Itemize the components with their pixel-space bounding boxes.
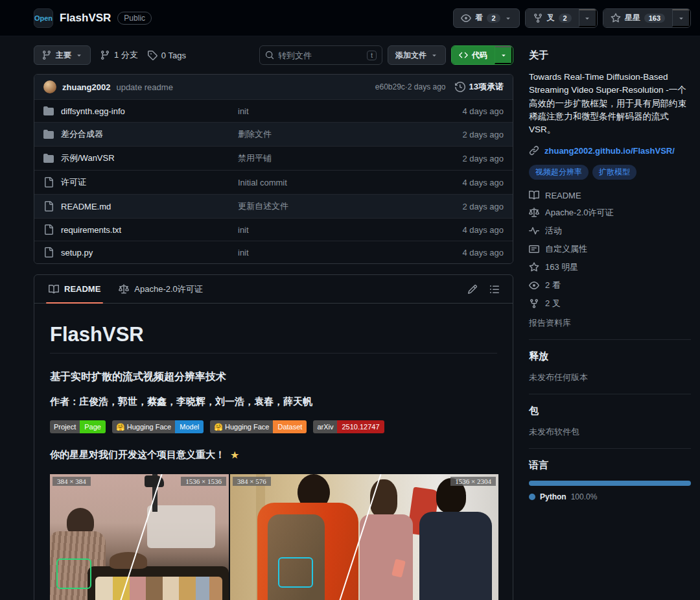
sidebar: 关于 Towards Real-Time Diffusion-Based Str… — [529, 45, 691, 600]
org-avatar[interactable]: Open — [34, 8, 53, 28]
outline-button[interactable] — [489, 284, 500, 294]
watch-button[interactable]: 看 2 — [453, 8, 519, 28]
tab-readme[interactable]: README — [40, 275, 110, 303]
meta-label: 2 看 — [545, 280, 561, 291]
file-commit-message[interactable]: init — [238, 225, 432, 235]
readme-tabs: README Apache-2.0许可证 — [34, 275, 513, 304]
tag-icon — [147, 50, 158, 60]
star-note-text: 你的星星对我们开发这个项目意义重大！ — [50, 449, 225, 461]
topic-video-super-resolution[interactable]: 视频超分辨率 — [529, 165, 589, 180]
branches-link[interactable]: 1 分支 — [100, 49, 138, 61]
sidebar-item-stars[interactable]: 163 明星 — [529, 261, 691, 273]
file-commit-message[interactable]: 禁用平铺 — [238, 152, 432, 164]
about-title: 关于 — [529, 49, 691, 62]
chevron-down-icon — [504, 14, 512, 22]
file-commit-message[interactable]: init — [238, 248, 432, 258]
file-name-link[interactable]: setup.py — [43, 247, 238, 258]
table-row: 差分合成器 删除文件 2 days ago — [34, 122, 513, 146]
badge-right: Model — [175, 420, 204, 433]
star-dropdown-button[interactable] — [672, 9, 690, 27]
page-layout: 主要 1 分支 0 Tags t 添加 — [0, 36, 700, 600]
badge-left: Project — [50, 420, 80, 433]
meta-label: 自定义属性 — [545, 243, 587, 255]
commit-history-link[interactable]: 13项承诺 — [455, 81, 504, 93]
file-commit-message[interactable]: 删除文件 — [238, 128, 432, 140]
chevron-down-icon — [430, 51, 438, 59]
edit-readme-button[interactable] — [467, 284, 478, 294]
file-commit-message[interactable]: Initial commit — [238, 178, 432, 187]
language-legend-item[interactable]: Python 100.0% — [529, 492, 691, 501]
folder-icon — [43, 106, 54, 116]
repo-title[interactable]: FlashVSR — [60, 12, 111, 25]
commit-message[interactable]: update readme — [116, 82, 172, 92]
sidebar-item-activity[interactable]: 活动 — [529, 225, 691, 237]
huggingface-dataset-badge[interactable]: 🤗 Hugging Face Dataset — [210, 420, 307, 433]
fork-label: 叉 — [547, 12, 555, 23]
releases-title: 释放 — [529, 350, 691, 363]
star-icon — [611, 13, 621, 23]
comparison-image-right[interactable]: 384 × 576 1536 × 2304 — [230, 474, 498, 600]
pulse-icon — [529, 226, 539, 236]
readme-title: FlashVSR — [50, 318, 497, 354]
file-commit-message[interactable]: init — [238, 106, 432, 116]
branches-label: 1 分支 — [114, 49, 138, 61]
file-commit-message[interactable]: 更新自述文件 — [238, 200, 432, 212]
file-actions: t 添加文件 代码 — [259, 45, 513, 65]
photo-detail — [419, 512, 492, 600]
language-bar[interactable] — [529, 481, 691, 486]
tab-license[interactable]: Apache-2.0许可证 — [110, 275, 212, 303]
file-name-link[interactable]: README.md — [43, 201, 238, 211]
file-name-link[interactable]: requirements.txt — [43, 224, 238, 235]
fork-dropdown-button[interactable] — [579, 9, 597, 27]
repo-actions: 看 2 叉 2 星星 163 — [453, 8, 691, 28]
file-icon — [43, 177, 54, 187]
topic-diffusion-models[interactable]: 扩散模型 — [592, 165, 636, 180]
star-button[interactable]: 星星 163 — [603, 9, 672, 27]
commit-sha-time[interactable]: e60b29c·2 days ago — [375, 82, 446, 91]
file-name-link[interactable]: 许可证 — [43, 176, 238, 188]
fork-button[interactable]: 叉 2 — [526, 9, 579, 27]
zoom-region-box — [278, 557, 313, 588]
star-button-group: 星星 163 — [603, 8, 691, 28]
resolution-label-low: 384 × 576 — [233, 477, 271, 486]
tags-link[interactable]: 0 Tags — [147, 50, 186, 60]
code-button[interactable]: 代码 — [452, 46, 495, 64]
website-link[interactable]: zhuang2002.github.io/FlashVSR/ — [544, 146, 675, 156]
sidebar-item-watching[interactable]: 2 看 — [529, 280, 691, 291]
comparison-image-left[interactable]: 384 × 384 1536 × 1536 — [50, 474, 229, 600]
sidebar-item-readme[interactable]: README — [529, 190, 691, 200]
fork-count: 2 — [559, 14, 572, 23]
branch-name: 主要 — [56, 50, 71, 61]
go-to-file-input[interactable] — [278, 51, 349, 60]
file-name-link[interactable]: diffsynth.egg-info — [43, 106, 238, 116]
add-file-button[interactable]: 添加文件 — [388, 45, 446, 65]
packages-title: 包 — [529, 405, 691, 417]
file-name: README.md — [61, 202, 111, 211]
watch-label: 看 — [475, 12, 483, 23]
table-row: 示例/WanVSR 禁用平铺 2 days ago — [34, 146, 513, 170]
file-name-link[interactable]: 差分合成器 — [43, 128, 238, 140]
meta-label: README — [545, 191, 581, 200]
branch-selector[interactable]: 主要 — [34, 45, 91, 65]
law-icon — [119, 284, 129, 294]
commit-author-avatar[interactable] — [43, 80, 56, 93]
sidebar-item-custom-properties[interactable]: 自定义属性 — [529, 243, 691, 255]
commit-author[interactable]: zhuang2002 — [62, 82, 110, 92]
file-name: 差分合成器 — [61, 128, 103, 140]
file-table: zhuang2002 update readme e60b29c·2 days … — [34, 74, 513, 264]
report-repository-link[interactable]: 报告资料库 — [529, 317, 691, 329]
meta-label: 2 叉 — [545, 298, 561, 309]
arxiv-badge[interactable]: arXiv 2510.12747 — [313, 420, 384, 433]
repo-description: Towards Real-Time Diffusion-Based Stream… — [529, 71, 691, 136]
file-toolbar: 主要 1 分支 0 Tags t 添加 — [34, 45, 513, 65]
file-icon — [43, 201, 54, 211]
photo-detail — [95, 577, 222, 600]
sidebar-item-license[interactable]: Apache-2.0许可证 — [529, 207, 691, 219]
folder-icon — [43, 153, 54, 163]
huggingface-model-badge[interactable]: 🤗 Hugging Face Model — [112, 420, 204, 433]
sidebar-item-forks[interactable]: 2 叉 — [529, 298, 691, 309]
file-name-link[interactable]: 示例/WanVSR — [43, 152, 238, 164]
project-page-badge[interactable]: Project Page — [50, 420, 106, 433]
releases-empty-text: 未发布任何版本 — [529, 372, 691, 383]
code-dropdown-button[interactable] — [495, 46, 513, 64]
